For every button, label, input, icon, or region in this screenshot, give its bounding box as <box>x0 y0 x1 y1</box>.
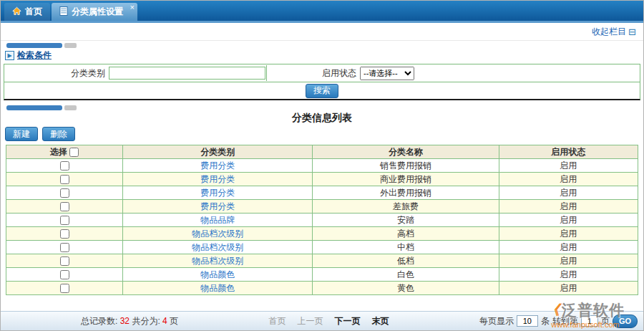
row-select-cell <box>6 254 123 268</box>
category-type-label: 分类类别 <box>4 67 108 80</box>
row-category-link[interactable]: 费用分类 <box>200 174 235 184</box>
search-form: 分类类别 启用状态 --请选择-- 搜索 <box>4 64 640 100</box>
row-status-cell: 启用 <box>499 173 638 186</box>
tab-category-settings[interactable]: 分类属性设置 × <box>52 3 137 21</box>
row-checkbox[interactable] <box>60 202 69 211</box>
collapse-link-label: 收起栏目 <box>592 26 626 38</box>
row-checkbox[interactable] <box>60 284 69 293</box>
row-name-cell: 外出费用报销 <box>313 186 499 200</box>
delete-button[interactable]: 删除 <box>42 127 75 141</box>
row-category-cell: 物品颜色 <box>123 268 313 282</box>
row-status-cell: 启用 <box>499 254 638 268</box>
search-section-header: ▶ 检索条件 <box>5 50 643 61</box>
row-category-link[interactable]: 物品颜色 <box>200 283 235 293</box>
row-category-link[interactable]: 物品颜色 <box>200 269 235 279</box>
row-name-cell: 销售费用报销 <box>313 159 499 173</box>
row-select-cell <box>6 214 123 227</box>
enable-status-field-cell: --请选择-- <box>360 67 414 80</box>
row-name-cell: 黄色 <box>313 282 499 295</box>
row-checkbox[interactable] <box>60 270 69 279</box>
row-category-link[interactable]: 物品档次级别 <box>192 242 243 252</box>
row-category-cell: 费用分类 <box>123 159 313 173</box>
go-button[interactable]: GO <box>613 315 638 328</box>
row-category-link[interactable]: 物品档次级别 <box>192 229 243 239</box>
pagination-footer: 总记录数: 32 共分为: 4 页 首页 上一页 下一页 末页 每页显示 条 转… <box>1 311 643 330</box>
total-pages-value: 4 <box>162 316 167 326</box>
enable-status-select[interactable]: --请选择-- <box>360 67 414 80</box>
tab-home-label: 首页 <box>25 6 42 18</box>
table-row: 费用分类 销售费用报销 启用 <box>6 159 638 173</box>
row-name-cell: 白色 <box>313 268 499 282</box>
search-section-title[interactable]: 检索条件 <box>17 49 52 62</box>
row-select-cell <box>6 159 123 173</box>
row-checkbox[interactable] <box>60 243 69 252</box>
row-status-cell: 启用 <box>499 159 638 173</box>
select-all-checkbox[interactable] <box>69 148 79 157</box>
per-page-input[interactable] <box>517 315 538 327</box>
collapse-panel-icon: ⊟ <box>628 28 636 37</box>
row-category-link[interactable]: 物品品牌 <box>200 215 235 225</box>
next-page-link[interactable]: 下一页 <box>334 315 360 327</box>
goto-page-suffix: 页 <box>601 315 610 327</box>
table-row: 费用分类 外出费用报销 启用 <box>6 186 638 200</box>
per-page-suffix: 条 <box>541 315 550 327</box>
decorative-progress-bar-list <box>6 105 643 110</box>
progress-segment-gray <box>64 43 77 48</box>
tab-bar: 首页 分类属性设置 × <box>1 1 643 21</box>
decorative-progress-bar-top <box>6 43 643 48</box>
table-row: 费用分类 差旅费 启用 <box>6 200 638 214</box>
row-name-cell: 中档 <box>313 241 499 254</box>
row-select-cell <box>6 173 123 186</box>
row-category-link[interactable]: 费用分类 <box>200 160 235 171</box>
row-status-cell: 启用 <box>499 241 638 254</box>
row-select-cell <box>6 186 123 200</box>
tab-category-settings-label: 分类属性设置 <box>72 6 123 18</box>
row-checkbox[interactable] <box>60 256 69 266</box>
utility-row: 收起栏目 ⊟ <box>1 23 643 41</box>
row-checkbox[interactable] <box>60 188 69 198</box>
row-category-link[interactable]: 费用分类 <box>200 201 235 211</box>
close-icon[interactable]: × <box>130 4 135 11</box>
row-category-link[interactable]: 物品档次级别 <box>192 256 243 266</box>
collapse-columns-link[interactable]: 收起栏目 ⊟ <box>592 26 636 38</box>
column-header-category: 分类类别 <box>123 145 313 159</box>
row-category-cell: 物品档次级别 <box>123 241 313 254</box>
first-page-link[interactable]: 首页 <box>268 315 286 327</box>
row-category-cell: 费用分类 <box>123 200 313 214</box>
row-category-cell: 物品颜色 <box>123 282 313 295</box>
row-checkbox[interactable] <box>60 161 69 171</box>
prev-page-link[interactable]: 上一页 <box>297 315 323 327</box>
row-status-cell: 启用 <box>499 186 638 200</box>
row-category-cell: 物品档次级别 <box>123 254 313 268</box>
new-button[interactable]: 新建 <box>5 127 38 141</box>
table-row: 费用分类 商业费用报销 启用 <box>6 173 638 186</box>
search-button-row: 搜索 <box>4 82 640 99</box>
table-row: 物品颜色 黄色 启用 <box>6 282 638 295</box>
row-checkbox[interactable] <box>60 175 69 184</box>
page-size-controls: 每页显示 条 转到第 页 GO <box>479 315 638 328</box>
progress-segment-blue <box>6 43 62 48</box>
table-row: 物品品牌 安踏 启用 <box>6 214 638 227</box>
total-records-label: 总记录数: <box>81 316 117 326</box>
row-checkbox[interactable] <box>60 216 69 225</box>
last-page-link[interactable]: 末页 <box>371 315 389 327</box>
total-pages-suffix: 页 <box>170 316 178 326</box>
row-category-cell: 费用分类 <box>123 186 313 200</box>
row-name-cell: 差旅费 <box>313 200 499 214</box>
category-type-input[interactable] <box>109 67 265 80</box>
search-button[interactable]: 搜索 <box>306 84 338 98</box>
row-name-cell: 高档 <box>313 227 499 241</box>
row-select-cell <box>6 227 123 241</box>
goto-page-input[interactable] <box>581 315 598 327</box>
total-records-value: 32 <box>120 316 130 326</box>
progress-segment-gray <box>64 105 77 110</box>
row-select-cell <box>6 268 123 282</box>
category-type-field-cell <box>108 65 267 81</box>
row-status-cell: 启用 <box>499 200 638 214</box>
row-checkbox[interactable] <box>60 229 69 239</box>
list-title: 分类信息列表 <box>1 112 643 123</box>
tab-home[interactable]: 首页 <box>4 3 50 21</box>
row-select-cell <box>6 282 123 295</box>
row-category-link[interactable]: 费用分类 <box>200 188 235 198</box>
row-category-cell: 物品品牌 <box>123 214 313 227</box>
